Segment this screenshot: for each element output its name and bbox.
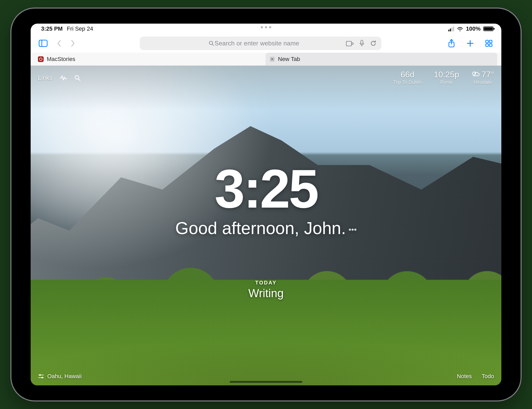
links-button[interactable]: Links: [38, 74, 52, 81]
notes-button[interactable]: Notes: [457, 373, 472, 380]
battery-pct: 100%: [466, 25, 481, 32]
weather-widget[interactable]: 77° Hinsdale: [471, 70, 494, 85]
back-button[interactable]: [53, 37, 65, 50]
svg-rect-12: [486, 44, 488, 46]
svg-point-20: [42, 377, 43, 378]
svg-line-15: [78, 79, 80, 80]
address-bar[interactable]: Search or enter website name: [140, 37, 381, 50]
svg-rect-4: [346, 41, 351, 46]
tab-label: MacStories: [47, 56, 75, 63]
greeting-more-icon[interactable]: •••: [349, 225, 357, 234]
wifi-icon: [457, 26, 463, 31]
ipad-bezel: 3:25 PM Fri Sep 24 100% Search: [16, 13, 516, 396]
svg-rect-10: [486, 40, 488, 43]
svg-rect-13: [489, 44, 492, 46]
share-button[interactable]: [445, 37, 458, 50]
search-icon: [209, 40, 214, 46]
sidebar-toggle-button[interactable]: [37, 37, 49, 50]
status-date: Fri Sep 24: [67, 25, 93, 32]
search-icon[interactable]: [74, 75, 81, 81]
main-clock: 3:25: [175, 162, 357, 216]
close-tab-icon[interactable]: [270, 57, 275, 62]
svg-point-18: [39, 374, 41, 376]
screen: 3:25 PM Fri Sep 24 100% Search: [31, 24, 501, 385]
extensions-icon[interactable]: [346, 40, 354, 46]
home-indicator[interactable]: [230, 381, 302, 383]
reload-icon[interactable]: [370, 40, 377, 47]
svg-rect-5: [361, 40, 363, 44]
new-tab-button[interactable]: [464, 37, 476, 50]
weather-icon: [471, 71, 480, 78]
svg-rect-11: [489, 40, 492, 43]
status-bar: 3:25 PM Fri Sep 24 100%: [31, 24, 501, 34]
countdown-widget[interactable]: 66d Trip To Dublin: [393, 70, 422, 85]
tab-label: New Tab: [278, 56, 300, 63]
momentum-topbar: Links 66d Trip To Dublin 10:25p Rome: [38, 70, 494, 85]
address-placeholder: Search or enter website name: [171, 40, 342, 47]
macstories-favicon: [38, 56, 44, 62]
tab-macstories[interactable]: MacStories: [34, 53, 265, 65]
multitasking-dots[interactable]: [261, 26, 271, 28]
voice-search-icon[interactable]: [360, 40, 364, 47]
forward-button[interactable]: [66, 37, 79, 50]
photo-location[interactable]: Oahu, Hawaii: [38, 373, 82, 380]
activity-icon[interactable]: [60, 75, 67, 81]
status-time: 3:25 PM: [41, 25, 63, 32]
svg-line-3: [212, 44, 214, 46]
safari-toolbar: Search or enter website name: [31, 34, 501, 53]
momentum-dashboard: Links 66d Trip To Dublin 10:25p Rome: [31, 66, 501, 385]
world-clock-widget[interactable]: 10:25p Rome: [434, 70, 459, 85]
svg-rect-0: [39, 40, 47, 47]
greeting-text: Good afternoon, John.•••: [175, 218, 357, 238]
todo-button[interactable]: Todo: [482, 373, 494, 380]
settings-slider-icon[interactable]: [38, 374, 44, 379]
tab-strip: MacStories New Tab: [31, 53, 501, 66]
tab-newtab[interactable]: New Tab: [265, 53, 497, 65]
ipad-frame: 3:25 PM Fri Sep 24 100% Search: [11, 9, 521, 400]
battery-icon: [483, 26, 494, 31]
cellular-icon: [448, 26, 454, 31]
tab-overview-button[interactable]: [483, 37, 495, 50]
focus-widget[interactable]: TODAY Writing: [248, 280, 284, 300]
momentum-bottombar: Oahu, Hawaii Notes Todo: [38, 373, 494, 380]
